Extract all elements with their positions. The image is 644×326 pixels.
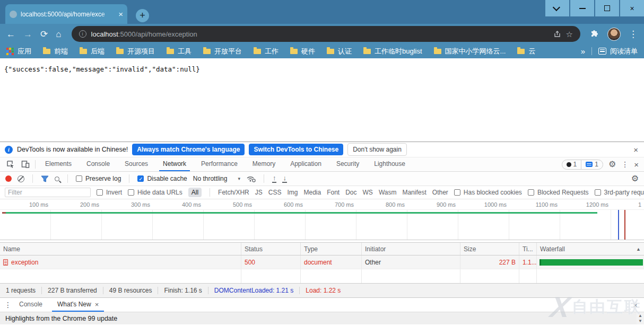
request-row-exception[interactable]: exception 500 document Other 227 B 1.1..… — [0, 255, 644, 269]
filter-type-img[interactable]: Img — [287, 189, 298, 196]
scroll-up-icon[interactable]: ▲ — [638, 313, 642, 318]
third-party-requests-checkbox[interactable]: 3rd-party requests — [595, 189, 644, 196]
tab-close-icon[interactable]: × — [118, 10, 123, 18]
bookmark-star-icon[interactable]: ☆ — [566, 30, 573, 38]
filter-type-all[interactable]: All — [188, 188, 202, 197]
preserve-log-checkbox[interactable]: Preserve log — [76, 175, 121, 182]
column-header-status[interactable]: Status — [241, 243, 301, 255]
filter-type-font[interactable]: Font — [327, 189, 340, 196]
filter-input[interactable] — [5, 188, 91, 197]
column-header-waterfall[interactable]: Waterfall▲ — [537, 243, 644, 255]
tab-sources[interactable]: Sources — [121, 157, 152, 171]
bookmark-folder-buglist[interactable]: 工作临时buglist — [363, 47, 422, 56]
bookmark-folder-platform[interactable]: 开放平台 — [203, 47, 242, 56]
import-har-icon[interactable]: ↑ — [272, 174, 277, 183]
reading-list-button[interactable]: 阅读清单 — [598, 47, 638, 56]
record-button[interactable] — [5, 175, 12, 182]
filter-type-css[interactable]: CSS — [268, 189, 282, 196]
minimize-button[interactable] — [570, 0, 594, 16]
issues-badge[interactable]: 1 — [581, 160, 603, 169]
scrollbar[interactable]: ▲ ▼ — [637, 312, 644, 324]
invert-checkbox[interactable]: Invert — [97, 189, 122, 196]
bookmark-folder-hardware[interactable]: 硬件 — [290, 47, 315, 56]
drawer-close-icon[interactable]: × — [633, 301, 638, 309]
avatar[interactable] — [607, 28, 621, 41]
bookmark-folder-opensource[interactable]: 开源项目 — [116, 47, 155, 56]
match-language-button[interactable]: Always match Chrome's language — [132, 144, 245, 155]
tab-security[interactable]: Security — [333, 157, 363, 171]
filter-type-media[interactable]: Media — [303, 189, 321, 196]
filter-type-other[interactable]: Other — [432, 189, 448, 196]
share-icon[interactable] — [553, 30, 561, 38]
switch-to-chinese-button[interactable]: Switch DevTools to Chinese — [249, 144, 343, 155]
bookmark-folder-auth[interactable]: 认证 — [327, 47, 352, 56]
browser-tab[interactable]: localhost:5000/api/home/exce × — [5, 4, 127, 24]
bookmark-folder-work[interactable]: 工作 — [254, 47, 279, 56]
filter-type-ws[interactable]: WS — [363, 189, 373, 196]
column-header-name[interactable]: Name — [0, 243, 241, 255]
bookmark-folder-cloud[interactable]: 云 — [517, 47, 535, 56]
request-name-cell[interactable]: exception — [0, 255, 241, 269]
home-icon[interactable]: ⌂ — [56, 30, 61, 39]
bookmark-folder-school-cloud[interactable]: 国家中小学网络云... — [434, 47, 506, 56]
tab-network[interactable]: Network — [159, 157, 190, 171]
device-toolbar-icon[interactable] — [21, 160, 30, 169]
filter-type-js[interactable]: JS — [255, 189, 263, 196]
maximize-button[interactable] — [595, 0, 619, 16]
tab-console[interactable]: Console — [83, 157, 114, 171]
hide-data-urls-checkbox[interactable]: Hide data URLs — [128, 189, 182, 196]
bookmark-folder-backend[interactable]: 后端 — [80, 47, 105, 56]
back-icon[interactable]: ← — [6, 30, 15, 39]
request-initiator-cell[interactable]: Other — [362, 255, 460, 269]
clear-icon[interactable] — [18, 175, 24, 182]
tab-lighthouse[interactable]: Lighthouse — [370, 157, 409, 171]
devtools-menu-kebab-icon[interactable]: ⋮ — [621, 161, 629, 168]
error-badge[interactable]: 1 — [562, 160, 581, 169]
network-settings-gear-icon[interactable]: ⚙ — [631, 174, 639, 183]
drawer-tab-whats-new[interactable]: What's New× — [52, 298, 104, 312]
scroll-down-icon[interactable]: ▼ — [638, 319, 642, 323]
has-blocked-cookies-checkbox[interactable]: Has blocked cookies — [454, 189, 522, 196]
devtools-close-icon[interactable]: × — [634, 161, 639, 169]
forward-icon[interactable]: → — [23, 30, 32, 39]
reload-icon[interactable]: ⟳ — [40, 30, 48, 39]
extensions-puzzle-icon[interactable] — [590, 30, 599, 39]
filter-type-manifest[interactable]: Manifest — [402, 189, 426, 196]
drawer-tab-console[interactable]: Console — [14, 298, 48, 312]
column-header-size[interactable]: Size — [460, 243, 519, 255]
issues-badges[interactable]: 1 1 — [562, 160, 603, 170]
whats-new-close-icon[interactable]: × — [95, 301, 99, 308]
disable-cache-checkbox[interactable]: ✓Disable cache — [137, 175, 187, 182]
blocked-requests-checkbox[interactable]: Blocked Requests — [528, 189, 589, 196]
search-icon[interactable] — [55, 177, 59, 181]
bookmarks-overflow-icon[interactable]: » — [581, 47, 585, 56]
infobar-close-icon[interactable]: × — [633, 146, 638, 154]
drawer-menu-kebab-icon[interactable]: ⋮ — [4, 301, 12, 309]
column-header-initiator[interactable]: Initiator — [362, 243, 460, 255]
bookmark-folder-tools[interactable]: 工具 — [167, 47, 192, 56]
window-menu-button[interactable] — [545, 0, 569, 16]
network-overview-band[interactable] — [0, 210, 644, 240]
dont-show-again-button[interactable]: Don't show again — [347, 143, 407, 156]
filter-funnel-icon[interactable] — [41, 175, 49, 182]
tab-elements[interactable]: Elements — [41, 157, 75, 171]
page-info-icon[interactable]: i — [79, 30, 86, 38]
bookmark-folder-frontend[interactable]: 前端 — [43, 47, 68, 56]
filter-type-wasm[interactable]: Wasm — [379, 189, 397, 196]
filter-type-xhr[interactable]: Fetch/XHR — [218, 189, 249, 196]
export-har-icon[interactable]: ↓ — [282, 174, 287, 183]
new-tab-button[interactable]: + — [136, 9, 149, 22]
omnibox[interactable]: i localhost:5000/api/home/exception ☆ — [72, 26, 580, 42]
inspect-element-icon[interactable] — [6, 160, 15, 169]
filter-type-doc[interactable]: Doc — [345, 189, 356, 196]
throttling-select[interactable]: No throttling▾ — [193, 175, 240, 182]
bookmark-apps[interactable]: 应用 — [6, 47, 31, 56]
network-conditions-icon[interactable] — [246, 175, 256, 182]
browser-menu-kebab-icon[interactable]: ⋮ — [629, 30, 638, 39]
devtools-settings-gear-icon[interactable]: ⚙ — [608, 160, 616, 169]
tab-performance[interactable]: Performance — [197, 157, 241, 171]
column-header-time[interactable]: Ti... — [519, 243, 537, 255]
column-header-type[interactable]: Type — [301, 243, 362, 255]
tab-application[interactable]: Application — [286, 157, 325, 171]
close-button[interactable]: × — [620, 0, 644, 16]
